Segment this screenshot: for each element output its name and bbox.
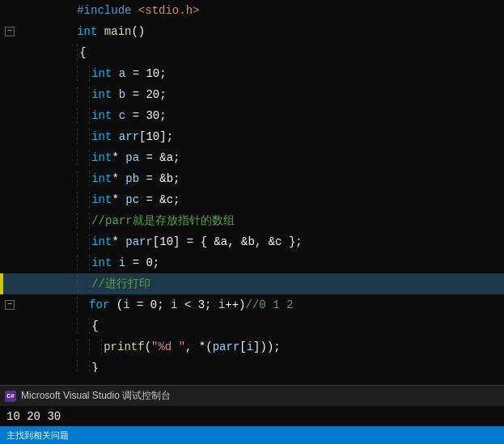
output-text: 10 20 30: [6, 410, 61, 423]
status-bar: 主找到相关问题: [0, 426, 504, 444]
vs-icon: C#: [5, 391, 16, 402]
collapse-button-for[interactable]: −: [5, 300, 15, 310]
collapse-button-main[interactable]: −: [5, 27, 15, 36]
console-toolbar: C# Microsoft Visual Studio 调试控制台: [0, 385, 504, 406]
status-text: 主找到相关问题: [6, 429, 69, 442]
output-area: 10 20 30: [0, 406, 504, 426]
code-editor[interactable]: #include <stdio.h> − int main() { int a …: [0, 0, 504, 372]
editor-container: #include <stdio.h> − int main() { int a …: [0, 0, 504, 444]
console-title: Microsoft Visual Studio 调试控制台: [21, 389, 171, 403]
